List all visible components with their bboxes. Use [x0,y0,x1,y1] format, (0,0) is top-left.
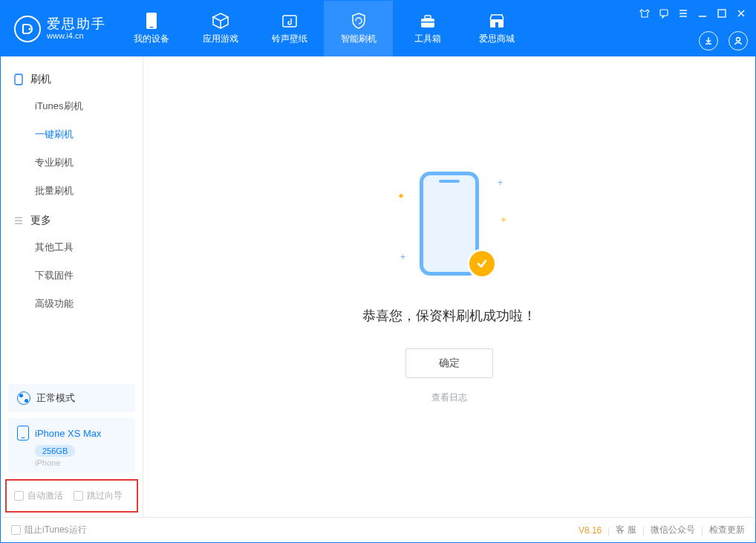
device-phone-icon [17,426,29,440]
device-name: iPhone XS Max [35,428,102,439]
tab-smart-flash[interactable]: 智能刷机 [324,1,393,56]
device-mode-row[interactable]: 正常模式 [8,384,135,412]
phone-icon [143,12,160,30]
statusbar-right: V8.16 | 客 服 | 微信公众号 | 检查更新 [579,524,745,536]
music-folder-icon [281,12,299,30]
svg-rect-4 [421,19,434,27]
sidebar-item-itunes-flash[interactable]: iTunes刷机 [1,92,143,120]
menu-icon[interactable] [675,5,691,22]
svg-point-0 [29,27,31,30]
body-area: 刷机 iTunes刷机 一键刷机 专业刷机 批量刷机 更多 其他工具 下载固件 … [1,56,755,517]
tab-toolbox[interactable]: 工具箱 [393,1,462,56]
checkbox-icon [74,491,83,501]
device-row[interactable]: iPhone XS Max 256GB iPhone [8,418,135,473]
store-icon [488,12,506,30]
feedback-icon[interactable] [656,5,672,22]
skin-icon[interactable] [636,5,653,22]
sparkle-icon: + [400,252,405,262]
more-icon [13,215,25,227]
sidebar-item-pro-flash[interactable]: 专业刷机 [1,149,143,177]
success-message: 恭喜您，保资料刷机成功啦！ [362,307,536,325]
tab-ringtones[interactable]: 铃声壁纸 [255,1,324,56]
app-subtitle: www.i4.cn [47,31,106,40]
logo-area: 爱思助手 www.i4.cn [1,1,117,56]
top-tabs: 我的设备 应用游戏 铃声壁纸 智能刷机 工具箱 爱思商城 [117,1,531,56]
svg-rect-10 [718,10,726,17]
app-window: 爱思助手 www.i4.cn 我的设备 应用游戏 铃声壁纸 智能刷机 [0,0,756,543]
sidebar-item-batch-flash[interactable]: 批量刷机 [1,177,143,205]
link-customer-service[interactable]: 客 服 [616,524,636,536]
refresh-shield-icon [350,12,368,30]
sidebar: 刷机 iTunes刷机 一键刷机 专业刷机 批量刷机 更多 其他工具 下载固件 … [1,56,143,517]
tab-store[interactable]: 爱思商城 [462,1,531,56]
svg-rect-2 [149,27,153,28]
version-label: V8.16 [579,525,602,536]
sidebar-group-more: 更多 [1,205,143,233]
svg-rect-1 [146,13,157,29]
close-button[interactable] [733,5,749,22]
sidebar-scroll: 刷机 iTunes刷机 一键刷机 专业刷机 批量刷机 更多 其他工具 下载固件 … [1,56,143,378]
svg-point-11 [737,38,740,42]
sidebar-item-other-tools[interactable]: 其他工具 [1,233,143,261]
checkbox-auto-activate[interactable]: 自动激活 [14,490,63,502]
statusbar-left: 阻止iTunes运行 [11,524,87,536]
main-content: ✦ + ✦ + 恭喜您，保资料刷机成功啦！ 确定 查看日志 [143,56,755,517]
view-log-link[interactable]: 查看日志 [431,391,467,404]
mode-icon [17,391,30,405]
svg-rect-8 [495,22,498,27]
checkbox-block-itunes[interactable]: 阻止iTunes运行 [11,524,87,536]
checkbox-icon [11,525,21,535]
device-capacity: 256GB [35,445,75,457]
download-icon[interactable] [699,31,718,51]
sidebar-group-flash: 刷机 [1,64,143,92]
ok-button[interactable]: 确定 [405,348,493,378]
phone-small-icon [13,74,25,85]
checkbox-skip-wizard[interactable]: 跳过向导 [74,490,123,502]
minimize-button[interactable] [694,5,711,22]
checkbox-icon [14,491,24,501]
sidebar-item-oneclick-flash[interactable]: 一键刷机 [1,120,143,149]
app-title: 爱思助手 [47,17,106,32]
sidebar-item-advanced[interactable]: 高级功能 [1,290,143,318]
svg-rect-5 [425,16,431,19]
link-check-update[interactable]: 检查更新 [709,524,745,536]
app-logo-icon [14,16,41,42]
device-type: iPhone [35,458,126,467]
sidebar-bottom: 正常模式 iPhone XS Max 256GB iPhone [1,378,143,479]
device-mode-label: 正常模式 [36,391,75,405]
link-wechat[interactable]: 微信公众号 [651,524,695,536]
logo-text: 爱思助手 www.i4.cn [47,17,106,41]
success-illustration: ✦ + ✦ + [405,170,494,289]
tab-apps[interactable]: 应用游戏 [186,1,255,56]
toolbox-icon [419,12,437,30]
highlighted-options-row: 自动激活 跳过向导 [5,479,138,513]
sparkle-icon: ✦ [500,215,507,225]
sidebar-item-download-firmware[interactable]: 下载固件 [1,261,143,290]
svg-rect-6 [421,22,434,23]
cube-icon [212,12,229,30]
checkmark-badge-icon [467,249,497,279]
sparkle-icon: + [498,178,503,188]
svg-rect-9 [660,10,668,16]
titlebar: 爱思助手 www.i4.cn 我的设备 应用游戏 铃声壁纸 智能刷机 [1,1,755,56]
window-controls [633,1,752,26]
sparkle-icon: ✦ [397,191,405,201]
svg-rect-12 [15,74,22,85]
user-icon[interactable] [729,31,748,51]
statusbar: 阻止iTunes运行 V8.16 | 客 服 | 微信公众号 | 检查更新 [1,517,755,542]
maximize-button[interactable] [714,5,730,22]
tab-my-device[interactable]: 我的设备 [117,1,186,56]
header-right-icons [699,31,748,51]
